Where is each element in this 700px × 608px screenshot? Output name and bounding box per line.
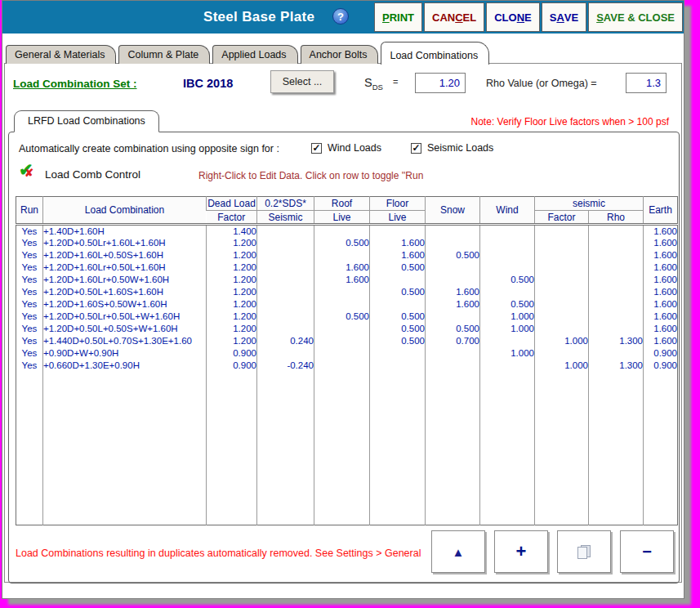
table-row[interactable]: Yes+1.440D+0.50L+0.70S+1.30E+1.601.2000.…	[16, 335, 678, 347]
tab-column-plate[interactable]: Column & Plate	[118, 45, 210, 64]
rho-label: Rho Value (or Omega) =	[486, 78, 597, 89]
cell-wind	[480, 225, 535, 237]
cell-seismic-factor: 1.000	[535, 335, 589, 347]
cell-snow: 1.600	[426, 298, 480, 311]
col-header-wind: Wind	[480, 197, 535, 225]
col-header-dead-load: Dead Load	[207, 197, 257, 211]
table-row[interactable]: Yes+1.20D+1.60Lr+0.50L+1.60H1.2001.6000.…	[16, 262, 678, 274]
cell-roof-live: 1.600	[314, 262, 370, 274]
help-icon[interactable]: ?	[332, 8, 349, 25]
cell-sds-seismic	[257, 249, 314, 262]
cancel-button[interactable]: CANCEL	[424, 2, 484, 32]
table-row[interactable]: Yes+1.20D+1.60L+0.50S+1.60H1.2001.6000.5…	[16, 249, 678, 262]
table-row[interactable]: Yes+1.20D+1.60Lr+0.50W+1.60H1.2001.6000.…	[16, 274, 678, 286]
col-header-roof-live: Live	[314, 211, 370, 225]
table-row[interactable]: Yes+1.20D+0.50L+0.50S+W+1.60H1.2000.5000…	[16, 323, 678, 335]
cell-sds-seismic	[257, 225, 314, 237]
clone-button[interactable]: CLONE	[486, 2, 540, 32]
app-window: Steel Base Plate ? PRINTCANCELCLONESAVES…	[2, 0, 684, 599]
cell-snow	[426, 311, 480, 323]
col-header-load-combination: Load Combination	[43, 197, 207, 225]
cell-seismic-rho	[589, 249, 644, 262]
tab-general-materials[interactable]: General & Materials	[6, 45, 116, 64]
table-row[interactable]: Yes+1.20D+0.50Lr+0.50L+W+1.60H1.2000.500…	[16, 311, 678, 323]
copy-row-button[interactable]	[557, 530, 611, 573]
cell-sds-seismic	[257, 311, 314, 323]
cell-run: Yes	[16, 335, 43, 347]
cell-load-combination: +1.20D+1.60S+0.50W+1.60H	[43, 298, 207, 311]
table-row[interactable]: Yes+1.20D+0.50Lr+1.60L+1.60H1.2000.5001.…	[16, 237, 678, 249]
cell-dead-load-factor: 0.900	[207, 347, 257, 360]
cell-earth: 1.600	[644, 274, 678, 286]
cell-wind	[480, 237, 535, 249]
add-row-button[interactable]: +	[494, 530, 548, 573]
cell-earth: 1.600	[644, 311, 678, 323]
cell-run: Yes	[16, 347, 43, 360]
load-combinations-table-container: Run Load Combination Dead Load 0.2*SDS* …	[16, 196, 678, 525]
cell-snow: 0.700	[426, 335, 480, 347]
print-button[interactable]: PRINT	[374, 2, 422, 32]
delete-row-button[interactable]: −	[620, 530, 674, 573]
cell-run: Yes	[16, 274, 43, 286]
table-row[interactable]: Yes+1.20D+0.50L+1.60S+1.60H1.2000.5001.6…	[16, 286, 678, 298]
sds-value-field[interactable]	[415, 73, 466, 93]
cell-dead-load-factor: 1.400	[207, 225, 257, 237]
empty-cell	[257, 372, 314, 525]
rho-value-field[interactable]	[626, 73, 667, 93]
select-button[interactable]: Select ...	[270, 70, 334, 93]
tab-applied-loads[interactable]: Applied Loads	[212, 45, 297, 64]
cell-floor-live: 0.500	[370, 311, 426, 323]
cell-seismic-rho	[589, 311, 644, 323]
sds-label: SDS=	[364, 76, 398, 92]
checkbox-check-icon[interactable]: ✓	[411, 143, 421, 154]
seismic-loads-checkbox[interactable]: ✓ Seismic Loads	[411, 142, 493, 154]
tab-load-combinations[interactable]: Load Combinations	[381, 42, 489, 65]
table-row[interactable]: Yes+0.90D+W+0.90H0.9001.0000.900	[16, 347, 678, 360]
save-close-button[interactable]: SAVE & CLOSE	[588, 2, 683, 32]
cell-wind: 1.000	[480, 323, 535, 335]
cell-snow: 0.500	[426, 249, 480, 262]
cell-snow	[426, 347, 480, 360]
wind-loads-checkbox[interactable]: ✓ Wind Loads	[311, 142, 381, 154]
wind-loads-label: Wind Loads	[328, 142, 381, 154]
desktop-background: { "colors": { "titlebar": "#0F76A9", "de…	[0, 0, 700, 608]
cell-sds-seismic	[257, 262, 314, 274]
table-row[interactable]: Yes+1.20D+1.60S+0.50W+1.60H1.2001.6000.5…	[16, 298, 678, 311]
cell-wind	[480, 335, 535, 347]
table-row[interactable]: Yes+0.660D+1.30E+0.90H0.900-0.2401.0001.…	[16, 360, 678, 372]
cell-floor-live	[370, 298, 426, 311]
cell-seismic-rho: 1.300	[589, 335, 644, 347]
empty-cell	[426, 372, 480, 525]
cell-floor-live: 1.600	[370, 237, 426, 249]
triangle-up-icon: ▲	[453, 545, 465, 559]
cell-floor-live: 0.500	[370, 335, 426, 347]
checkbox-check-icon[interactable]: ✓	[311, 143, 322, 154]
tab-anchor-bolts[interactable]: Anchor Bolts	[301, 45, 379, 64]
cell-floor-live: 0.500	[370, 323, 426, 335]
red-x-icon: ✘	[25, 167, 33, 179]
cell-run: Yes	[16, 311, 43, 323]
cell-floor-live: 1.600	[370, 249, 426, 262]
cell-sds-seismic: 0.240	[257, 335, 314, 347]
cell-seismic-rho	[589, 347, 644, 360]
table-row[interactable]: Yes+1.40D+1.60H1.4001.600	[16, 225, 678, 237]
cell-earth: 1.600	[644, 225, 678, 237]
triangle-button[interactable]: ▲	[431, 530, 485, 573]
cell-load-combination: +0.660D+1.30E+0.90H	[43, 360, 207, 372]
save-button[interactable]: SAVE	[542, 2, 586, 32]
cell-seismic-factor: 1.000	[535, 360, 589, 372]
table-action-buttons: ▲+−	[422, 530, 674, 573]
cell-load-combination: +1.440D+0.50L+0.70S+1.30E+1.60	[43, 335, 207, 347]
tab-lrfd-load-combinations[interactable]: LRFD Load Combinations	[14, 110, 159, 132]
cell-seismic-factor	[535, 298, 589, 311]
cell-roof-live: 0.500	[314, 311, 370, 323]
cell-earth: 1.600	[644, 249, 678, 262]
cell-dead-load-factor: 1.200	[207, 286, 257, 298]
cell-dead-load-factor: 1.200	[207, 298, 257, 311]
table-empty-area	[16, 372, 678, 525]
cell-seismic-rho	[589, 286, 644, 298]
cell-floor-live	[370, 360, 426, 372]
cell-dead-load-factor: 1.200	[207, 274, 257, 286]
cell-snow	[426, 360, 480, 372]
cell-roof-live: 0.500	[314, 237, 370, 249]
